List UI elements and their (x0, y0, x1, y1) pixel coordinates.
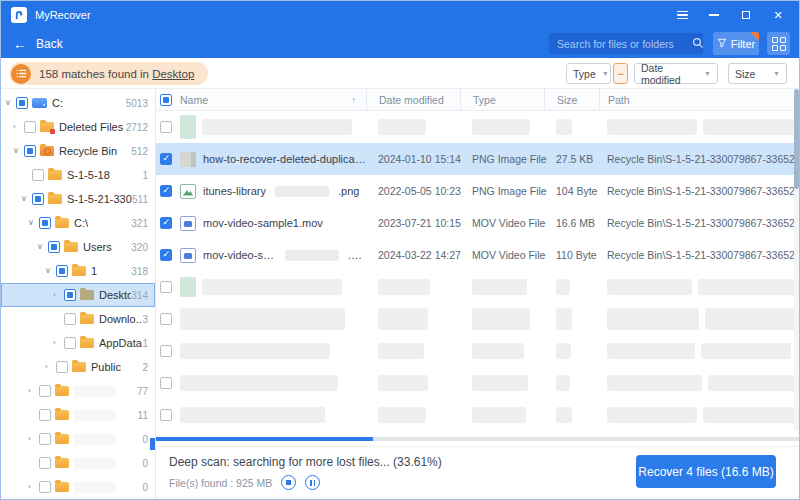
checkbox-partial[interactable] (32, 193, 44, 205)
filter-button[interactable]: Filter (713, 32, 759, 55)
sidebar-item-1[interactable]: ∨ 1318 (1, 259, 155, 283)
table-row[interactable]: mov-video-sample2.mov 2024-03-22 14:27 M… (156, 239, 800, 271)
files-found-text: File(s) found : 925 MB (169, 477, 272, 489)
checkbox-unchecked[interactable] (39, 457, 51, 469)
back-button[interactable]: ← Back (13, 37, 63, 51)
search-icon[interactable] (692, 35, 704, 53)
chevron-expanded-icon[interactable]: ∨ (5, 99, 16, 107)
search-input[interactable] (557, 38, 692, 50)
sidebar-item-c-root[interactable]: ∨ C:\321 (1, 211, 155, 235)
stop-scan-button[interactable] (281, 475, 296, 490)
select-all-checkbox[interactable] (160, 94, 172, 106)
checkbox-unchecked[interactable] (39, 385, 51, 397)
checkbox-unchecked[interactable] (32, 169, 44, 181)
column-header-size[interactable]: Size (544, 89, 599, 110)
sidebar-item-s-1-5-18[interactable]: › S-1-5-181 (1, 163, 155, 187)
sidebar-item-redacted[interactable]: › 0 (1, 427, 155, 451)
size-filter-dropdown[interactable]: Size▼ (728, 63, 787, 84)
sidebar-item-downloads[interactable]: › Downlo...3 (1, 307, 155, 331)
checkbox-unchecked[interactable] (64, 337, 76, 349)
checkbox-unchecked[interactable] (39, 433, 51, 445)
checkbox-checked[interactable] (160, 249, 172, 261)
minimize-button[interactable] (703, 6, 725, 24)
checkbox-partial[interactable] (48, 241, 60, 253)
table-row[interactable]: itunes-library.png 2022-05-05 10:23 PNG … (156, 175, 800, 207)
table-row[interactable]: how-to-recover-deleted-duplicate-files-w… (156, 143, 800, 175)
checkbox-unchecked[interactable] (160, 313, 172, 325)
redacted-row[interactable] (156, 271, 800, 303)
sidebar-item-recycle-bin[interactable]: ∨ Recycle Bin512 (1, 139, 155, 163)
sidebar-item-s-1-5-21[interactable]: ∨ S-1-5-21-3300798...511 (1, 187, 155, 211)
chevron-expanded-icon[interactable]: ∨ (21, 195, 32, 203)
file-list-panel: Name↑ Date modified Type Size Path how-t… (156, 89, 800, 500)
desktop-link[interactable]: Desktop (152, 68, 194, 80)
column-header-path[interactable]: Path (599, 89, 800, 110)
checkbox-partial[interactable] (16, 97, 28, 109)
checkbox-unchecked[interactable] (160, 409, 172, 421)
chevron-down-icon: ▼ (704, 70, 711, 77)
checkbox-unchecked[interactable] (64, 313, 76, 325)
checkbox-unchecked[interactable] (24, 121, 36, 133)
sidebar-item-c-drive[interactable]: ∨ C:5013 (1, 91, 155, 115)
date-filter-dropdown[interactable]: Date modified▼ (634, 63, 718, 84)
column-header-date[interactable]: Date modified (366, 89, 460, 110)
chevron-expanded-icon[interactable]: ∨ (28, 219, 39, 227)
chevron-collapsed-icon[interactable]: › (53, 339, 64, 347)
redacted-row[interactable] (156, 399, 800, 431)
column-header-name[interactable]: Name↑ (180, 89, 366, 110)
maximize-button[interactable] (735, 6, 757, 24)
table-row[interactable]: mov-video-sample1.mov 2023-07-21 10:15 M… (156, 207, 800, 239)
sidebar-item-redacted[interactable]: › 77 (1, 379, 155, 403)
chevron-collapsed-icon[interactable]: › (28, 387, 39, 395)
checkbox-partial[interactable] (64, 289, 76, 301)
checkbox-unchecked[interactable] (160, 121, 172, 133)
chevron-expanded-icon[interactable]: ∨ (13, 147, 24, 155)
chevron-collapsed-icon[interactable]: › (13, 123, 24, 131)
checkbox-unchecked[interactable] (160, 377, 172, 389)
chevron-collapsed-icon[interactable]: › (28, 435, 39, 443)
sidebar-item-deleted-files[interactable]: › Deleted Files2712 (1, 115, 155, 139)
chevron-collapsed-icon[interactable]: › (28, 483, 39, 491)
sidebar-item-public[interactable]: › Public2 (1, 355, 155, 379)
sidebar-item-appdata[interactable]: › AppData1 (1, 331, 155, 355)
checkbox-partial[interactable] (56, 265, 68, 277)
search-box (549, 33, 703, 54)
chevron-collapsed-icon[interactable]: › (53, 291, 64, 299)
checkbox-unchecked[interactable] (160, 345, 172, 357)
type-filter-dropdown[interactable]: Type▼ (566, 63, 611, 84)
sidebar-item-redacted[interactable]: › 0 (1, 451, 155, 475)
checkbox-checked[interactable] (160, 217, 172, 229)
checkbox-unchecked[interactable] (39, 409, 51, 421)
scrollbar-thumb[interactable] (794, 89, 799, 189)
checkbox-unchecked[interactable] (160, 281, 172, 293)
vertical-scrollbar[interactable] (794, 89, 799, 431)
redacted-row[interactable] (156, 111, 800, 143)
recover-button[interactable]: Recover 4 files (16.6 MB) (636, 455, 776, 488)
checkbox-unchecked[interactable] (56, 361, 68, 373)
remove-type-filter-button[interactable]: − (613, 63, 628, 84)
checkbox-unchecked[interactable] (39, 481, 51, 493)
sidebar-item-redacted[interactable]: › 11 (1, 403, 155, 427)
checkbox-partial[interactable] (24, 145, 36, 157)
view-grid-button[interactable] (767, 32, 790, 55)
redacted-row[interactable] (156, 303, 800, 335)
redacted-row[interactable] (156, 335, 800, 367)
sidebar-scroll-indicator[interactable] (150, 438, 155, 450)
menu-icon[interactable] (671, 6, 693, 24)
checkbox-checked[interactable] (160, 185, 172, 197)
checkbox-checked[interactable] (160, 153, 172, 165)
sidebar-item-desktop[interactable]: › Desktop314 (1, 283, 155, 307)
redacted-row[interactable] (156, 367, 800, 399)
chevron-expanded-icon[interactable]: ∨ (37, 243, 48, 251)
sort-ascending-icon[interactable]: ↑ (352, 95, 357, 105)
close-button[interactable]: ✕ (767, 6, 789, 24)
funnel-icon (717, 38, 727, 50)
chevron-collapsed-icon[interactable]: › (45, 363, 56, 371)
sidebar-item-users[interactable]: ∨ Users320 (1, 235, 155, 259)
checkbox-partial[interactable] (39, 217, 51, 229)
toolbar: ← Back Filter (1, 29, 799, 58)
column-header-type[interactable]: Type (460, 89, 544, 110)
sidebar-item-redacted[interactable]: › 0 (1, 475, 155, 499)
chevron-expanded-icon[interactable]: ∨ (45, 267, 56, 275)
pause-scan-button[interactable] (305, 475, 320, 490)
